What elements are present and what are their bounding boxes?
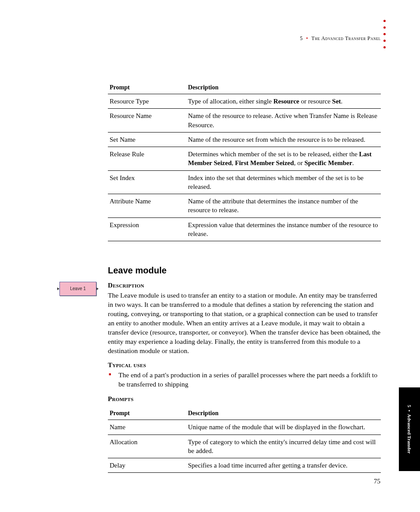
description-heading: Description bbox=[108, 282, 381, 289]
table2-description-cell: Unique name of the module that will be d… bbox=[186, 420, 381, 435]
side-tab-chapter: 5 bbox=[407, 405, 412, 408]
table-row: Resource TypeType of allocation, either … bbox=[108, 94, 381, 109]
prompts-heading: Prompts bbox=[108, 395, 381, 403]
side-tab-label: Advanced Transfer bbox=[407, 414, 412, 453]
table1-description-cell: Name of the resource set from which the … bbox=[186, 132, 381, 147]
table1-prompt-cell: Release Rule bbox=[108, 147, 186, 171]
table-row: Attribute NameName of the attribute that… bbox=[108, 194, 381, 218]
header-chapter-number: 5 bbox=[300, 35, 303, 41]
table1-prompt-cell: Resource Type bbox=[108, 94, 186, 109]
table-row: AllocationType of category to which the … bbox=[108, 435, 381, 458]
decorative-dots bbox=[383, 15, 386, 53]
table-row: Resource NameName of the resource to rel… bbox=[108, 109, 381, 133]
running-header: 5 • The Advanced Transfer Panel bbox=[108, 35, 381, 42]
table1-description-cell: Name of the resource to release. Active … bbox=[186, 109, 381, 133]
table-row: Set IndexIndex into the set that determi… bbox=[108, 170, 381, 194]
table-row: Set NameName of the resource set from wh… bbox=[108, 132, 381, 147]
table-row: DelaySpecifies a load time incurred afte… bbox=[108, 458, 381, 473]
table1-description-cell: Determines which member of the set is to… bbox=[186, 147, 381, 171]
table1-prompt-cell: Attribute Name bbox=[108, 194, 186, 218]
typical-use-item: The end of a part's production in a seri… bbox=[118, 371, 381, 389]
leave-icon-label: Leave 1 bbox=[70, 286, 86, 291]
section-heading: Leave module bbox=[108, 265, 381, 276]
description-paragraph: The Leave module is used to transfer an … bbox=[108, 291, 381, 355]
table2-header-prompt: Prompt bbox=[108, 407, 186, 420]
table1-description-cell: Index into the set that determines which… bbox=[186, 170, 381, 194]
typical-uses-list: The end of a part's production in a seri… bbox=[108, 371, 381, 389]
side-tab-bullet-icon: • bbox=[407, 410, 412, 412]
table2-description-cell: Type of category to which the entity's i… bbox=[186, 435, 381, 458]
table1-header-prompt: Prompt bbox=[108, 81, 186, 94]
table-row: ExpressionExpression value that determin… bbox=[108, 217, 381, 241]
table1-header-description: Description bbox=[186, 81, 381, 94]
header-bullet-icon: • bbox=[306, 35, 308, 41]
table2-description-cell: Specifies a load time incurred after get… bbox=[186, 458, 381, 473]
table1-prompt-cell: Set Index bbox=[108, 170, 186, 194]
table2-header-description: Description bbox=[186, 407, 381, 420]
table1-description-cell: Expression value that determines the ins… bbox=[186, 217, 381, 241]
table2-prompt-cell: Allocation bbox=[108, 435, 186, 458]
side-tab: 5 • Advanced Transfer bbox=[399, 387, 420, 471]
page-content: 5 • The Advanced Transfer Panel Prompt D… bbox=[108, 35, 381, 473]
leave-module-icon: Leave 1 bbox=[59, 282, 96, 296]
table1-description-cell: Type of allocation, either single Resour… bbox=[186, 94, 381, 109]
header-title: The Advanced Transfer Panel bbox=[311, 35, 381, 41]
page-number: 75 bbox=[374, 478, 380, 485]
table1-prompt-cell: Set Name bbox=[108, 132, 186, 147]
prompts-table-2: Prompt Description NameUnique name of th… bbox=[108, 407, 381, 473]
table-row: Release RuleDetermines which member of t… bbox=[108, 147, 381, 171]
prompts-table-1: Prompt Description Resource TypeType of … bbox=[108, 81, 381, 241]
table1-description-cell: Name of the attribute that determines th… bbox=[186, 194, 381, 218]
typical-uses-heading: Typical uses bbox=[108, 361, 381, 369]
table1-prompt-cell: Resource Name bbox=[108, 109, 186, 133]
table2-prompt-cell: Delay bbox=[108, 458, 186, 473]
table-row: NameUnique name of the module that will … bbox=[108, 420, 381, 435]
table1-prompt-cell: Expression bbox=[108, 217, 186, 241]
table2-prompt-cell: Name bbox=[108, 420, 186, 435]
